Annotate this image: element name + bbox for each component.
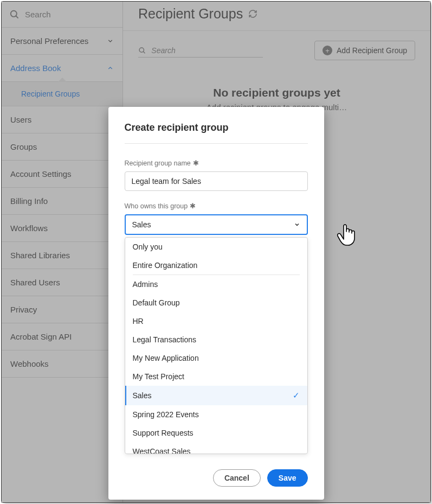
save-button[interactable]: Save bbox=[267, 469, 308, 487]
name-field-label: Recipient group name✱ bbox=[125, 159, 308, 167]
dropdown-option-label: Only you bbox=[133, 243, 163, 251]
dropdown-option-only-you[interactable]: Only you bbox=[125, 238, 307, 256]
modal-title: Create recipient group bbox=[125, 122, 308, 144]
dropdown-option-support-requests[interactable]: Support Requests bbox=[125, 424, 307, 442]
dropdown-option-my-test-project[interactable]: My Test Project bbox=[125, 367, 307, 386]
cancel-button[interactable]: Cancel bbox=[213, 469, 261, 487]
owner-select[interactable]: Sales bbox=[125, 214, 308, 235]
owner-select-value: Sales bbox=[132, 220, 151, 229]
required-asterisk: ✱ bbox=[190, 202, 196, 210]
dropdown-option-label: HR bbox=[133, 317, 144, 326]
create-recipient-group-modal: Create recipient group Recipient group n… bbox=[108, 107, 324, 500]
dropdown-option-westcoast-sales[interactable]: WestCoast Sales bbox=[125, 442, 307, 454]
dropdown-option-entire-organization[interactable]: Entire Organization bbox=[125, 256, 307, 275]
required-asterisk: ✱ bbox=[193, 159, 199, 167]
dropdown-option-spring-2022-events[interactable]: Spring 2022 Events bbox=[125, 405, 307, 424]
dropdown-option-label: Default Group bbox=[133, 298, 180, 307]
dropdown-option-label: WestCoast Sales bbox=[133, 447, 191, 454]
owner-field-label: Who owns this group✱ bbox=[125, 202, 308, 210]
dropdown-option-label: Spring 2022 Events bbox=[133, 410, 199, 419]
dropdown-option-legal-transactions[interactable]: Legal Transactions bbox=[125, 330, 307, 349]
dropdown-option-sales[interactable]: Sales✓ bbox=[125, 386, 307, 405]
dropdown-option-label: Sales bbox=[133, 391, 152, 400]
owner-dropdown[interactable]: Only youEntire OrganizationAdminsDefault… bbox=[125, 237, 308, 454]
dropdown-option-label: Legal Transactions bbox=[133, 335, 197, 344]
chevron-down-icon bbox=[294, 221, 300, 228]
dropdown-option-label: Support Requests bbox=[133, 429, 194, 437]
dropdown-option-label: Admins bbox=[133, 280, 158, 289]
dropdown-option-admins[interactable]: Admins bbox=[125, 275, 307, 294]
checkmark-icon: ✓ bbox=[293, 391, 300, 400]
dropdown-option-default-group[interactable]: Default Group bbox=[125, 294, 307, 312]
recipient-group-name-input[interactable] bbox=[125, 171, 308, 191]
dropdown-option-label: My Test Project bbox=[133, 372, 184, 381]
dropdown-option-label: My New Application bbox=[133, 354, 199, 362]
dropdown-option-label: Entire Organization bbox=[133, 261, 198, 270]
dropdown-option-my-new-application[interactable]: My New Application bbox=[125, 349, 307, 367]
dropdown-option-hr[interactable]: HR bbox=[125, 312, 307, 330]
